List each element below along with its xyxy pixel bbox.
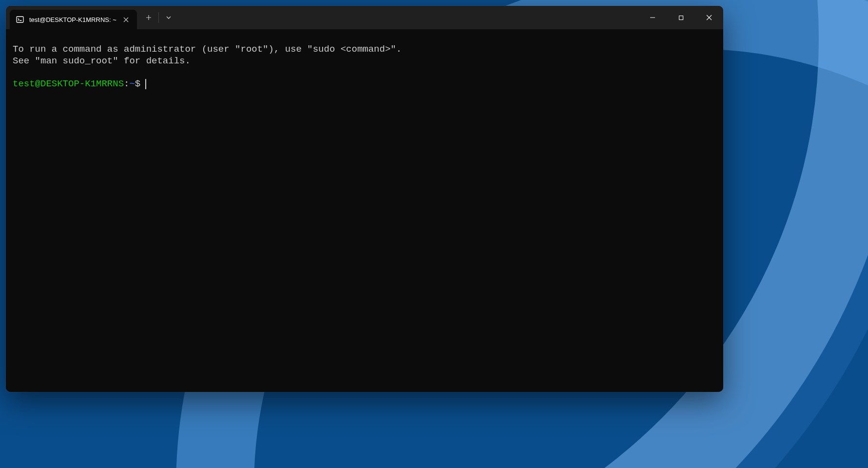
tab-actions [137,6,178,29]
minimize-button[interactable] [638,6,667,29]
maximize-button[interactable] [667,6,695,29]
window-controls [638,6,723,29]
close-window-button[interactable] [695,6,723,29]
prompt-separator: : [124,78,129,90]
prompt-symbol: $ [135,78,140,90]
cursor [145,79,146,89]
tab-dropdown-button[interactable] [159,8,178,27]
tab-active[interactable]: test@DESKTOP-K1MRRNS: ~ [10,10,137,29]
terminal-icon [16,15,24,24]
tab-close-button[interactable] [121,15,131,24]
prompt-path: ~ [129,78,135,90]
title-bar-drag-area[interactable] [178,6,638,29]
motd-line-1: To run a command as administrator (user … [13,44,716,56]
prompt-line: test@DESKTOP-K1MRRNS:~$ [13,78,716,90]
tab-title: test@DESKTOP-K1MRRNS: ~ [29,16,116,23]
tab-strip: test@DESKTOP-K1MRRNS: ~ [6,6,137,29]
terminal-output-area[interactable]: To run a command as administrator (user … [6,29,723,392]
motd-line-2: See "man sudo_root" for details. [13,56,716,67]
prompt-user-host: test@DESKTOP-K1MRRNS [13,78,124,90]
new-tab-button[interactable] [139,8,158,27]
title-bar[interactable]: test@DESKTOP-K1MRRNS: ~ [6,6,723,29]
terminal-window: test@DESKTOP-K1MRRNS: ~ [6,6,723,392]
svg-rect-0 [17,17,23,22]
svg-rect-3 [679,16,683,20]
